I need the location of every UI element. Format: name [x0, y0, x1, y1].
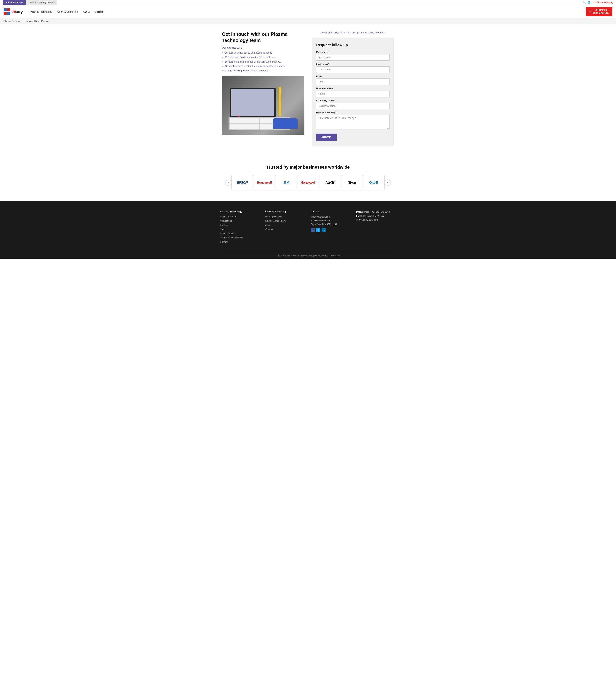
phone-label: Phone number [316, 87, 390, 90]
last-name-input[interactable] [316, 66, 390, 73]
svg-rect-0 [4, 8, 7, 12]
footer-link-articles[interactable]: Plasma Articles [220, 232, 235, 235]
phone-input[interactable] [316, 91, 390, 97]
shop-button[interactable]: 🛒 SHOP FOR OEM MASTERS [586, 7, 612, 16]
bullet-item: … and anything else you need, of course [225, 69, 304, 72]
nav-contact[interactable]: Contact [95, 10, 104, 13]
main-nav: thierry Plasma Technology Color & Master… [0, 5, 616, 18]
left-column: Get in touch with our Plasma Technology … [222, 31, 304, 135]
footer-col-phone: Phone: Phone: +1 (248) 549 8600 Fax: Fax… [356, 210, 396, 244]
breadcrumb-sep: › [24, 20, 25, 22]
breadcrumb-item-2: Contact Thierry Plasma [26, 20, 49, 22]
tab-plasma[interactable]: PLASMA DIVISION [3, 0, 26, 5]
footer-link-knowledgebase[interactable]: Plasma Knowledgebase [220, 237, 244, 239]
glove-hand [273, 118, 298, 129]
machine-screen [230, 88, 276, 117]
footer-link-services[interactable]: Services [220, 224, 228, 226]
footer-bottom: © 2021 All rights reserved – Thierry Cor… [7, 252, 609, 259]
footer-phone: Phone: Phone: +1 (248) 549 8600 [356, 210, 396, 214]
footer-link-paint[interactable]: Paint Applications [265, 215, 283, 218]
social-linkedin[interactable]: in [322, 228, 326, 232]
footer-col2-title: Color & Mastering [265, 210, 305, 213]
email-input[interactable] [316, 79, 390, 85]
nav-links: Plasma Technology Color & Mastering Abou… [30, 10, 586, 13]
nav-color[interactable]: Color & Mastering [58, 10, 78, 13]
logos-row: ‹ EPSON Honeywell IBM Honeywell NIKE Nik… [225, 175, 391, 190]
footer-link-about-color[interactable]: About [265, 224, 271, 226]
footer-company-name: Thierry Corporation [311, 215, 351, 219]
footer-link-about[interactable]: About [220, 228, 226, 230]
first-name-input[interactable] [316, 54, 390, 61]
brand-logo-nikon: Nikon [341, 175, 362, 190]
bullet-item: Discuss purchase or rental of the right … [225, 60, 304, 64]
logo[interactable]: thierry [4, 8, 23, 15]
social-twitter[interactable]: t [316, 228, 320, 232]
brand-logo-ibm: IBM [275, 175, 297, 190]
trusted-title: Trusted by major businesses worldwide [4, 164, 612, 170]
last-name-label: Last name* [316, 63, 390, 66]
brand-logo-honeywell1: Honeywell [253, 175, 275, 190]
phone-group: Phone number [316, 87, 390, 97]
tab-color-mastering[interactable]: Color & Mastering Division [26, 0, 57, 5]
top-bar-tabs: PLASMA DIVISION Color & Mastering Divisi… [3, 0, 57, 5]
thierry-germany-link[interactable]: Thierry Germany [593, 1, 613, 4]
footer-link-plasma-systems[interactable]: Plasma Systems [220, 215, 236, 218]
brand-logos: EPSON Honeywell IBM Honeywell NIKE Nikon… [232, 175, 384, 190]
footer-grid: Plasma Technology Plasma Systems Applica… [220, 210, 396, 252]
submit-button[interactable]: SUBMIT [316, 134, 337, 141]
email-label: Email* [316, 75, 390, 78]
footer-col-color: Color & Mastering Paint Applications Mas… [265, 210, 305, 244]
page-title: Get in touch with our Plasma Technology … [222, 31, 304, 44]
first-name-label: First name* [316, 51, 390, 53]
nav-about[interactable]: About [83, 10, 90, 13]
company-group: Company name* [316, 99, 390, 109]
trusted-section: Trusted by major businesses worldwide ‹ … [0, 157, 616, 201]
svg-rect-2 [4, 12, 7, 15]
help-textarea[interactable] [316, 115, 390, 129]
brand-logo-honeywell2: Honeywell [297, 175, 319, 190]
form-title: Request follow up [316, 43, 390, 47]
footer-link-master-mgmt[interactable]: Master Management [265, 220, 286, 222]
breadcrumb: Plasma Technology › Contact Thierry Plas… [0, 18, 616, 24]
contact-form: Request follow up First name* Last name*… [312, 38, 394, 146]
logo-text: thierry [12, 9, 23, 14]
footer-col-contact: Contact Thierry Corporation 4319 Normand… [311, 210, 351, 244]
nav-plasma[interactable]: Plasma Technology [30, 10, 52, 13]
content-grid: Get in touch with our Plasma Technology … [222, 31, 394, 146]
breadcrumb-item-1[interactable]: Plasma Technology [4, 20, 23, 22]
bullet-item: Give a hands-on demonstration of our sys… [225, 56, 304, 59]
svg-rect-1 [7, 8, 10, 12]
brand-logo-oralb: Oral-B [363, 175, 384, 190]
footer: Plasma Technology Plasma Systems Applica… [0, 201, 616, 259]
top-bar: PLASMA DIVISION Color & Mastering Divisi… [0, 0, 616, 5]
prev-logo-button[interactable]: ‹ [225, 180, 232, 185]
footer-col1-links: Plasma Systems Applications Services Abo… [220, 215, 260, 243]
footer-social: f t in [311, 228, 351, 232]
machine-image [222, 76, 304, 135]
footer-col2-links: Paint Applications Master Management Abo… [265, 215, 305, 230]
email-group: Email* [316, 75, 390, 85]
footer-email: info@thierry-corp.com [356, 218, 396, 222]
next-logo-button[interactable]: › [384, 180, 391, 185]
footer-fax: Fax: Fax: +1 (248) 549 3533 [356, 214, 396, 218]
footer-link-contact-color[interactable]: Contact [265, 228, 273, 230]
right-column: eMail: plasma@thierry-corp.com | phone: … [312, 31, 394, 146]
last-name-group: Last name* [316, 63, 390, 73]
company-input[interactable] [316, 103, 390, 109]
footer-link-applications[interactable]: Applications [220, 220, 232, 222]
social-facebook[interactable]: f [311, 228, 315, 232]
machine-handle [279, 87, 281, 116]
search-icon[interactable]: 🔍 [582, 1, 586, 4]
footer-col1-title: Plasma Technology [220, 210, 260, 213]
main-content: Get in touch with our Plasma Technology … [218, 24, 398, 157]
globe-icon[interactable]: 🌐 [587, 1, 590, 4]
experts-label: Our experts will: [222, 46, 304, 49]
help-label: How can we help* [316, 111, 390, 114]
bullet-item: Schedule a meeting about our plasma trea… [225, 64, 304, 68]
contact-info: eMail: plasma@thierry-corp.com | phone: … [312, 31, 394, 34]
bullet-list: Discuss your use cases and business need… [222, 51, 304, 72]
help-group: How can we help* [316, 111, 390, 130]
shop-btn-text: SHOP FOR OEM MASTERS [593, 9, 609, 15]
top-bar-icons: 🔍 🌐 [582, 1, 590, 4]
footer-link-contact-plasma[interactable]: Contact [220, 241, 227, 243]
